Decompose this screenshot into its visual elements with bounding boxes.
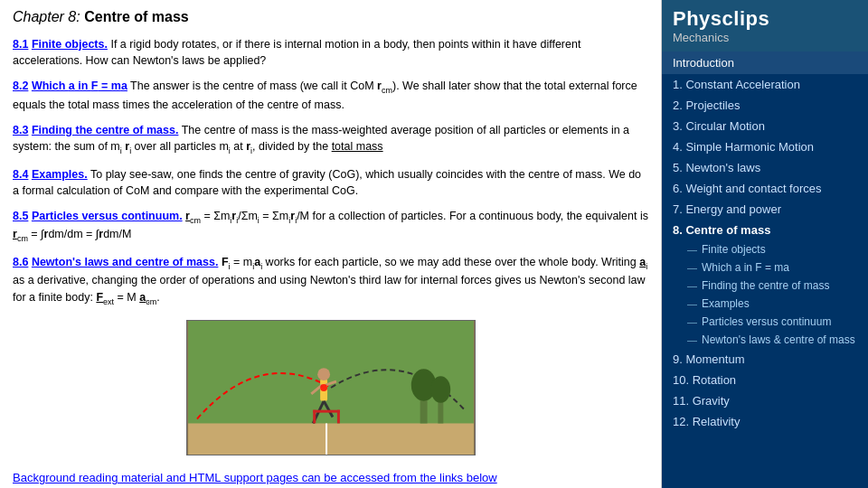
sidebar-sub-examples[interactable]: Examples (662, 295, 868, 313)
section-8-3: 8.3 Finding the centre of mass. The cent… (13, 122, 648, 157)
svg-rect-14 (313, 410, 340, 413)
svg-rect-1 (188, 424, 474, 455)
footer-link-anchor[interactable]: Background reading material and HTML sup… (13, 471, 497, 484)
section-title-8-2[interactable]: Which a in F = ma (32, 80, 127, 92)
sidebar-sub-which-a[interactable]: Which a in F = ma (662, 258, 868, 277)
svg-rect-16 (336, 410, 339, 424)
svg-point-3 (317, 368, 330, 380)
section-num-8-1[interactable]: 8.1 (13, 38, 28, 51)
sidebar-item-energy-power[interactable]: 7. Energy and power (662, 199, 868, 220)
section-8-5: 8.5 Particles versus continuum. rcm = Σm… (13, 208, 648, 245)
section-title-8-3[interactable]: Finding the centre of mass. (32, 124, 179, 136)
sidebar-item-centre-of-mass[interactable]: 8. Centre of mass (662, 220, 868, 240)
section-num-8-3[interactable]: 8.3 (13, 124, 28, 136)
sidebar-item-constant-acceleration[interactable]: 1. Constant Acceleration (662, 74, 868, 95)
section-title-8-6[interactable]: Newton's laws and centre of mass. (32, 256, 219, 268)
sidebar-sub-particles-continuum[interactable]: Particles versus continuum (662, 313, 868, 331)
sidebar-sub-finite-objects[interactable]: Finite objects (662, 240, 868, 258)
sidebar-item-projectiles[interactable]: 2. Projectiles (662, 95, 868, 116)
section-num-8-6[interactable]: 8.6 (13, 256, 28, 268)
nav-intro-header[interactable]: Introduction (662, 52, 868, 74)
sidebar-item-newton-laws[interactable]: 5. Newton's laws (662, 157, 868, 178)
sidebar: Physclips Mechanics Introduction 1. Cons… (662, 0, 868, 488)
sidebar-sub-newton-centre[interactable]: Newton's laws & centre of mass (662, 331, 868, 349)
sidebar-item-shm[interactable]: 4. Simple Harmonic Motion (662, 136, 868, 157)
sidebar-item-relativity[interactable]: 12. Relativity (662, 411, 868, 432)
section-text-8-4: To play see-saw, one finds the centre of… (13, 168, 641, 197)
nav-items: 1. Constant Acceleration 2. Projectiles … (662, 74, 868, 432)
section-8-6: 8.6 Newton's laws and centre of mass. Fi… (13, 254, 648, 307)
sidebar-item-momentum[interactable]: 9. Momentum (662, 349, 868, 370)
svg-point-12 (430, 376, 450, 403)
sidebar-header: Physclips Mechanics (662, 0, 868, 52)
svg-point-8 (320, 384, 327, 391)
main-content: Chapter 8: Centre of mass 8.1 Finite obj… (0, 0, 662, 488)
svg-rect-15 (313, 410, 316, 424)
page-title: Chapter 8: Centre of mass (13, 9, 648, 25)
athlete-image (186, 320, 476, 455)
section-8-4: 8.4 Examples. To play see-saw, one finds… (13, 166, 648, 199)
section-title-8-5[interactable]: Particles versus continuum. (32, 210, 183, 222)
section-num-8-2[interactable]: 8.2 (13, 80, 28, 92)
sidebar-subtitle: Mechanics (673, 31, 857, 48)
sidebar-sub-finding-centre[interactable]: Finding the centre of mass (662, 277, 868, 295)
sidebar-item-gravity[interactable]: 11. Gravity (662, 390, 868, 411)
section-8-1: 8.1 Finite objects. If a rigid body rota… (13, 36, 648, 69)
sidebar-title: Physclips (673, 7, 857, 31)
sidebar-item-weight-forces[interactable]: 6. Weight and contact forces (662, 178, 868, 199)
sidebar-item-rotation[interactable]: 10. Rotation (662, 370, 868, 390)
footer-link[interactable]: Background reading material and HTML sup… (13, 471, 648, 484)
section-8-2: 8.2 Which a in F = ma The answer is the … (13, 78, 648, 113)
section-title-8-4[interactable]: Examples. (32, 168, 88, 181)
section-title-8-1[interactable]: Finite objects. (32, 38, 108, 51)
section-num-8-5[interactable]: 8.5 (13, 210, 28, 222)
section-num-8-4[interactable]: 8.4 (13, 168, 28, 181)
athlete-image-container (13, 320, 648, 458)
sidebar-item-circular-motion[interactable]: 3. Circular Motion (662, 116, 868, 136)
